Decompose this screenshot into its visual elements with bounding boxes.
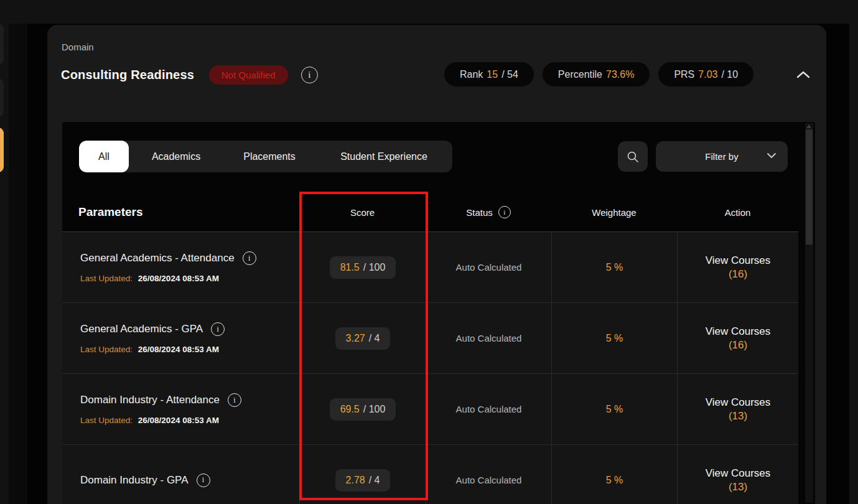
last-updated-value: 26/08/2024 08:53 AM <box>138 274 219 283</box>
column-header-action: Action <box>677 207 798 218</box>
status-cell: Auto Calculated <box>426 374 551 444</box>
parameter-cell: Domain Industry - Attendance Last Update… <box>62 374 299 444</box>
parameter-cell: General Academics - Attendance Last Upda… <box>62 232 299 302</box>
prs-label: PRS <box>674 69 694 80</box>
table-body: General Academics - Attendance Last Upda… <box>62 231 798 504</box>
rank-suffix: / 54 <box>501 69 518 80</box>
table-row: Domain Industry - GPA 2.78 / 4 Auto Calc… <box>62 445 798 504</box>
view-courses-label: View Courses <box>706 325 771 338</box>
prs-value: 7.03 <box>698 69 717 80</box>
status-cell: Auto Calculated <box>426 232 551 302</box>
score-max: / 4 <box>369 475 380 486</box>
weightage-cell: 5 % <box>551 303 677 373</box>
score-max: / 100 <box>363 262 386 273</box>
info-icon[interactable] <box>301 67 318 83</box>
rank-pill: Rank 15 / 54 <box>444 62 534 86</box>
last-updated-value: 26/08/2024 08:53 AM <box>138 345 219 354</box>
info-icon[interactable] <box>197 474 210 487</box>
tab-all[interactable]: All <box>79 141 129 172</box>
tab-academics[interactable]: Academics <box>129 141 223 172</box>
view-courses-label: View Courses <box>706 467 771 480</box>
score-chip: 81.5 / 100 <box>330 256 396 279</box>
view-courses-button[interactable]: View Courses (13) <box>677 445 798 504</box>
score-value: 3.27 <box>346 333 365 344</box>
parameter-name: Domain Industry - GPA <box>80 474 189 487</box>
sidebar-strip <box>9 24 27 504</box>
consulting-readiness-page: { "header": { "domain_label": "Domain", … <box>0 0 858 504</box>
percentile-value: 73.6% <box>606 69 634 80</box>
parameter-name: Domain Industry - Attendance <box>80 394 220 406</box>
status-header-label: Status <box>466 207 493 218</box>
sidebar-item-fragment[interactable] <box>0 78 4 117</box>
rank-value: 15 <box>487 69 498 80</box>
tab-student-experience[interactable]: Student Experience <box>315 141 452 172</box>
status-badge: Not Qualified <box>209 65 288 85</box>
rank-label: Rank <box>460 69 483 80</box>
parameter-name: General Academics - Attendance <box>80 252 235 264</box>
collapse-section-button[interactable] <box>795 67 811 83</box>
search-button[interactable] <box>618 141 648 172</box>
info-icon[interactable] <box>228 393 241 407</box>
score-cell: 81.5 / 100 <box>299 232 426 302</box>
column-header-weightage: Weightage <box>551 207 677 218</box>
last-updated-value: 26/08/2024 08:53 AM <box>138 416 219 425</box>
score-cell: 69.5 / 100 <box>299 374 426 444</box>
domain-label: Domain <box>62 42 94 52</box>
search-icon <box>627 151 639 163</box>
view-courses-count: (16) <box>729 339 747 352</box>
sidebar-item-active-fragment[interactable] <box>0 128 4 172</box>
parameter-cell: General Academics - GPA Last Updated: 26… <box>62 303 299 373</box>
vertical-scrollbar[interactable] <box>805 123 813 503</box>
view-courses-label: View Courses <box>706 254 771 267</box>
table-row: General Academics - GPA Last Updated: 26… <box>62 303 798 374</box>
score-chip: 2.78 / 4 <box>335 469 391 492</box>
view-courses-label: View Courses <box>706 396 771 409</box>
score-max: / 100 <box>363 404 386 415</box>
score-value: 81.5 <box>340 262 360 273</box>
score-cell: 2.78 / 4 <box>299 445 426 504</box>
view-courses-count: (16) <box>729 268 747 281</box>
column-header-status: Status <box>426 206 551 218</box>
category-tabbar: All Academics Placements Student Experie… <box>79 141 452 172</box>
table-row: Domain Industry - Attendance Last Update… <box>62 374 798 445</box>
percentile-pill: Percentile 73.6% <box>543 62 650 86</box>
chevron-down-icon <box>767 152 776 159</box>
score-chip: 3.27 / 4 <box>335 327 391 350</box>
table-header-row: Parameters Score Status Weightage Action <box>62 193 798 231</box>
parameter-name: General Academics - GPA <box>80 323 203 335</box>
score-value: 69.5 <box>340 404 360 415</box>
last-updated-label: Last Updated: <box>80 274 133 283</box>
scrollbar-up-arrow <box>806 124 811 128</box>
table-row: General Academics - Attendance Last Upda… <box>62 232 798 303</box>
tab-placements[interactable]: Placements <box>223 141 315 172</box>
view-courses-button[interactable]: View Courses (16) <box>677 232 798 302</box>
prs-pill: PRS 7.03 / 10 <box>658 62 753 86</box>
view-courses-button[interactable]: View Courses (13) <box>677 374 798 444</box>
info-icon[interactable] <box>498 206 511 218</box>
prs-suffix: / 10 <box>721 69 738 80</box>
weightage-cell: 5 % <box>551 445 677 504</box>
parameters-table-card: All Academics Placements Student Experie… <box>62 122 815 504</box>
filter-by-dropdown[interactable]: Filter by <box>656 141 788 172</box>
filter-by-label: Filter by <box>705 151 738 162</box>
last-updated: Last Updated: 26/08/2024 08:53 AM <box>80 416 219 425</box>
page-title: Consulting Readiness <box>61 68 194 82</box>
info-icon[interactable] <box>243 251 256 265</box>
weightage-cell: 5 % <box>551 232 677 302</box>
last-updated-label: Last Updated: <box>80 416 133 425</box>
column-header-score: Score <box>299 207 426 218</box>
sidebar-item-fragment[interactable] <box>0 24 4 65</box>
title-row: Consulting Readiness Not Qualified <box>61 64 318 85</box>
score-cell: 3.27 / 4 <box>299 303 426 373</box>
column-header-parameters: Parameters <box>62 205 299 219</box>
stats-row: Rank 15 / 54 Percentile 73.6% PRS 7.03 /… <box>444 62 753 86</box>
view-courses-count: (13) <box>729 410 747 422</box>
score-chip: 69.5 / 100 <box>330 398 396 421</box>
status-cell: Auto Calculated <box>426 445 551 504</box>
last-updated: Last Updated: 26/08/2024 08:53 AM <box>80 345 219 354</box>
chevron-up-icon <box>796 71 810 78</box>
parameter-cell: Domain Industry - GPA <box>62 445 299 504</box>
scrollbar-thumb[interactable] <box>806 129 813 245</box>
view-courses-button[interactable]: View Courses (16) <box>677 303 798 373</box>
info-icon[interactable] <box>211 322 225 336</box>
